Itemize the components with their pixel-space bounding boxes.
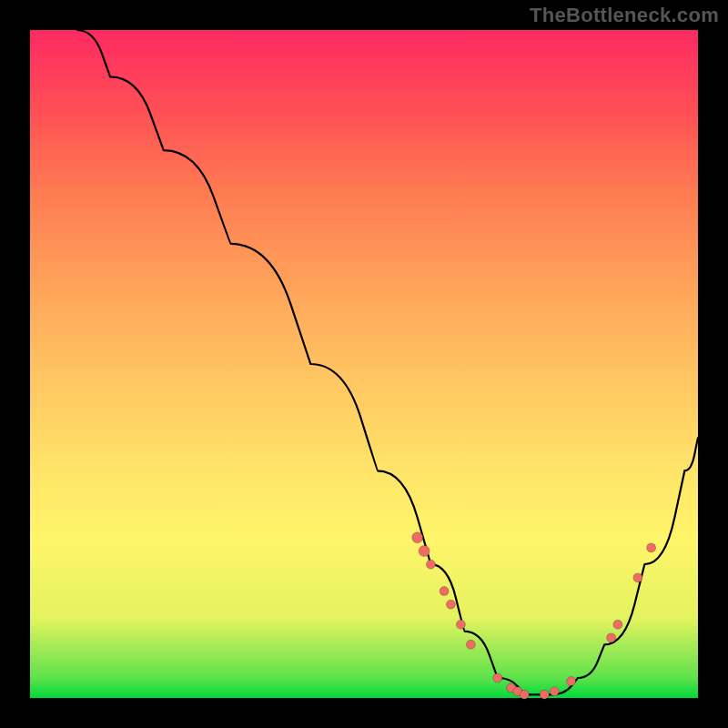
data-point bbox=[446, 600, 455, 609]
data-point bbox=[633, 573, 642, 582]
data-point bbox=[550, 687, 559, 696]
data-point bbox=[607, 633, 616, 642]
bottleneck-curve bbox=[76, 30, 698, 694]
watermark-label: TheBottleneck.com bbox=[530, 4, 719, 27]
data-point bbox=[419, 546, 430, 557]
chart-frame: TheBottleneck.com bbox=[0, 0, 728, 728]
data-point bbox=[412, 532, 423, 543]
data-point bbox=[466, 640, 475, 649]
data-points-group bbox=[412, 532, 656, 700]
data-point bbox=[520, 690, 529, 699]
plot-area bbox=[30, 30, 698, 698]
data-point bbox=[613, 620, 622, 629]
data-point bbox=[540, 690, 549, 699]
chart-svg bbox=[30, 30, 698, 698]
data-point bbox=[493, 673, 502, 682]
data-point bbox=[647, 543, 656, 552]
data-point bbox=[440, 587, 449, 596]
data-point bbox=[567, 677, 576, 686]
data-point bbox=[426, 560, 435, 569]
data-point bbox=[456, 620, 465, 629]
